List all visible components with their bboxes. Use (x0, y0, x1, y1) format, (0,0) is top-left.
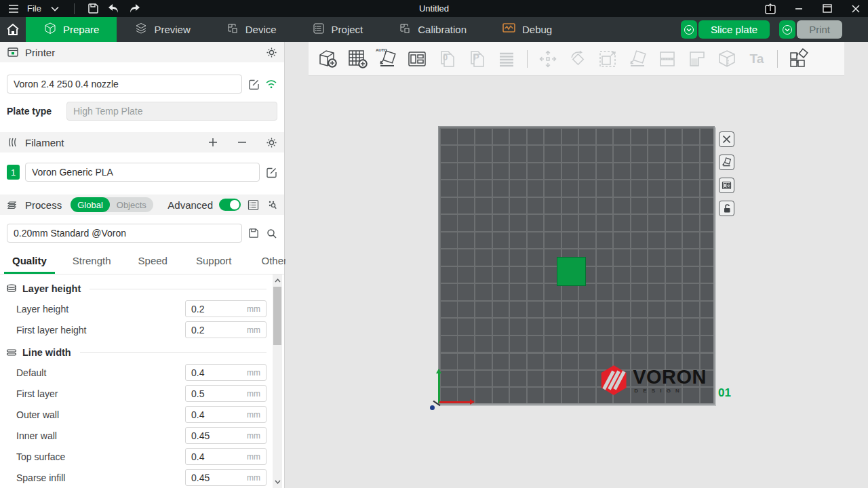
maximize-button[interactable] (821, 2, 834, 16)
toolbar-separator (527, 50, 528, 68)
hamburger-menu-icon[interactable] (7, 2, 20, 16)
file-menu[interactable]: File (27, 3, 41, 14)
tab-strength[interactable]: Strength (64, 251, 119, 274)
scroll-down-icon[interactable] (273, 477, 282, 487)
tab-calibration[interactable]: Calibration (380, 17, 484, 42)
print-dropdown[interactable] (779, 20, 795, 39)
parameter-table-icon[interactable] (247, 199, 259, 211)
advanced-toggle[interactable] (219, 199, 241, 211)
filament-settings-gear-icon[interactable] (265, 136, 277, 148)
remove-filament-icon[interactable] (236, 136, 248, 148)
lock-plate-icon[interactable] (719, 201, 734, 216)
build-plate[interactable]: VORON DESIGN (438, 126, 715, 405)
printer-icon (7, 46, 19, 58)
tab-device[interactable]: Device (208, 17, 294, 42)
parameter-search-icon[interactable] (265, 199, 277, 211)
setting-row: Inner wall 0.45 mm (16, 427, 267, 444)
save-icon[interactable] (87, 2, 100, 16)
search-settings-icon[interactable] (265, 227, 277, 239)
arrange-icon[interactable] (402, 45, 432, 73)
outer-wall-input[interactable]: 0.4 mm (185, 406, 267, 423)
delete-plate-icon[interactable] (719, 131, 734, 147)
redo-icon[interactable] (127, 2, 141, 16)
minimize-button[interactable] (792, 2, 806, 16)
voron-logo: VORON DESIGN (600, 365, 707, 395)
process-preset-select[interactable]: 0.20mm Standard @Voron (7, 224, 242, 243)
model-cube[interactable] (557, 257, 586, 286)
preview-layers-icon (134, 22, 148, 37)
tab-device-label: Device (245, 24, 277, 35)
settings-scrollbar[interactable] (273, 274, 282, 488)
slice-plate-dropdown[interactable] (681, 20, 697, 39)
doc-zero-glyph: 0 (443, 52, 448, 62)
tab-debug[interactable]: Debug (484, 17, 570, 42)
application-window: File Untitled (0, 0, 868, 488)
arrange-plate-icon[interactable] (719, 178, 734, 193)
chevron-down-icon[interactable] (48, 2, 62, 16)
layer-height-input[interactable]: 0.2 mm (185, 300, 267, 317)
tab-prepare[interactable]: Prepare (26, 17, 117, 42)
viewport-toolbar: AUTO 0 P (309, 42, 844, 76)
filament-section-header: Filament (0, 132, 284, 152)
auto-orient-plate-icon[interactable] (719, 155, 734, 170)
slice-plate-button[interactable]: Slice plate (698, 20, 770, 39)
layer-height-icon (5, 283, 18, 295)
y-axis (438, 373, 440, 403)
layer-height-value: 0.2 (191, 304, 247, 314)
process-tab-bar: Quality Strength Speed Support Others (0, 251, 284, 274)
printer-preset-value: Voron 2.4 250 0.4 nozzle (14, 79, 119, 89)
tab-project[interactable]: Project (294, 17, 381, 42)
lay-on-face-icon (623, 45, 652, 73)
scope-objects-option[interactable]: Objects (110, 197, 153, 212)
top-surface-input[interactable]: 0.4 mm (185, 448, 267, 465)
process-layers-icon (7, 199, 19, 211)
setting-row: First layer 0.5 mm (16, 385, 267, 402)
add-plate-icon[interactable] (342, 45, 372, 73)
tab-preview[interactable]: Preview (117, 17, 208, 42)
tab-quality[interactable]: Quality (4, 251, 55, 274)
edit-printer-icon[interactable] (248, 78, 260, 90)
save-preset-icon[interactable] (248, 227, 260, 239)
viewport-3d[interactable]: AUTO 0 P (285, 42, 868, 488)
printer-settings-gear-icon[interactable] (265, 46, 277, 58)
filament-slot-badge: 1 (7, 165, 20, 180)
home-button[interactable] (0, 17, 26, 42)
filament-section-title: Filament (25, 137, 64, 148)
inner-wall-unit: mm (247, 431, 260, 441)
outer-wall-unit: mm (247, 410, 260, 420)
line-width-first-layer-input[interactable]: 0.5 mm (185, 385, 267, 402)
plate-type-select[interactable]: High Temp Plate (66, 102, 277, 121)
print-button[interactable]: Print (797, 20, 842, 39)
assembly-view-icon[interactable] (783, 45, 813, 73)
inner-wall-label: Inner wall (16, 430, 185, 441)
inner-wall-input[interactable]: 0.45 mm (185, 427, 267, 444)
line-width-default-input[interactable]: 0.4 mm (185, 364, 267, 381)
auto-orient-icon[interactable]: AUTO (372, 45, 402, 73)
add-model-icon[interactable] (313, 45, 342, 73)
edit-filament-icon[interactable] (265, 166, 277, 178)
sparse-infill-input[interactable]: 0.45 mm (185, 469, 267, 486)
plate-number-label[interactable]: 01 (718, 386, 731, 400)
text-tool-icon: Ta (742, 45, 772, 73)
advanced-label: Advanced (167, 199, 213, 211)
tab-support[interactable]: Support (188, 251, 240, 274)
auto-orient-label: AUTO (376, 48, 387, 52)
top-surface-value: 0.4 (191, 451, 247, 462)
layer-height-section-header: Layer height (5, 283, 267, 295)
titlebar: File Untitled (0, 0, 868, 17)
scrollbar-thumb[interactable] (273, 287, 281, 345)
scroll-up-icon[interactable] (273, 276, 282, 285)
tab-debug-label: Debug (522, 24, 552, 35)
first-layer-height-input[interactable]: 0.2 mm (185, 321, 267, 338)
split-doc-p-icon: P (462, 45, 492, 73)
inner-wall-value: 0.45 (191, 430, 247, 441)
printer-preset-select[interactable]: Voron 2.4 250 0.4 nozzle (7, 75, 242, 94)
tab-speed[interactable]: Speed (130, 251, 176, 274)
undo-icon[interactable] (107, 2, 121, 16)
wifi-connection-icon[interactable] (265, 78, 277, 90)
add-filament-icon[interactable] (207, 136, 219, 148)
share-upload-icon[interactable] (764, 2, 777, 16)
scope-global-option[interactable]: Global (71, 197, 110, 212)
close-button[interactable] (849, 2, 863, 16)
filament-preset-select[interactable]: Voron Generic PLA (25, 163, 260, 182)
